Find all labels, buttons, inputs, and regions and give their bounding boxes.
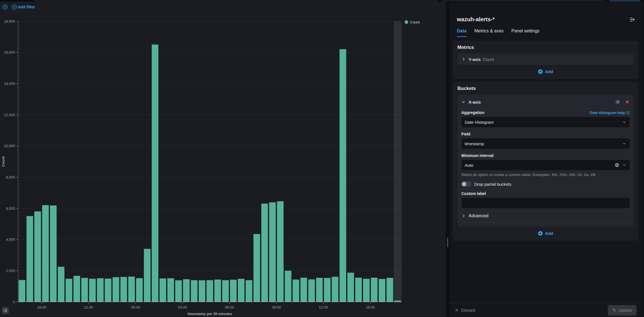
min-interval-combobox[interactable]: Auto: [461, 160, 630, 170]
resizer-handle[interactable]: [447, 238, 448, 247]
chart-bar[interactable]: [207, 280, 213, 302]
chart-bar[interactable]: [81, 278, 88, 302]
discard-button[interactable]: Discard: [455, 308, 475, 313]
toggle-label: Drop partial buckets: [474, 182, 511, 187]
chart-bar[interactable]: [167, 278, 174, 302]
x-tick-label: 21:00: [84, 305, 93, 309]
chart-bar[interactable]: [363, 279, 370, 302]
chart-bar[interactable]: [348, 273, 354, 302]
chart-bar[interactable]: [324, 278, 331, 302]
update-button[interactable]: ↻ Update: [608, 305, 636, 316]
eye-icon[interactable]: [615, 99, 620, 104]
chart-bar[interactable]: [214, 280, 221, 302]
chart-bar[interactable]: [183, 279, 189, 302]
add-filter-button[interactable]: Add filter: [18, 5, 35, 9]
chart-bar[interactable]: [199, 280, 205, 302]
x-tick-label: 12:00: [319, 305, 328, 309]
chart-bar[interactable]: [238, 279, 244, 302]
buckets-section: Buckets X-axis: [453, 82, 638, 241]
tab-metrics-axes[interactable]: Metrics & axes: [474, 28, 504, 37]
chart-bar[interactable]: [285, 271, 291, 302]
chart-bar[interactable]: [120, 277, 127, 302]
chart-bar[interactable]: [316, 278, 323, 302]
chart-bar[interactable]: [136, 278, 143, 302]
tab-data[interactable]: Data: [457, 28, 467, 37]
y-tick-label: 16,000: [4, 50, 15, 54]
chart-bar[interactable]: [89, 279, 96, 302]
y-tick-label: 2,000: [6, 269, 15, 273]
chart-bar[interactable]: [246, 280, 252, 302]
chart-bar[interactable]: [26, 216, 33, 302]
chart-bar[interactable]: [191, 280, 197, 302]
chart-bar[interactable]: [128, 277, 135, 302]
chart-bar[interactable]: [254, 234, 260, 302]
list-icon: [3, 308, 8, 313]
chart-bar[interactable]: [300, 278, 307, 302]
add-bucket-button[interactable]: Add: [538, 231, 553, 236]
field-value: timestamp: [465, 141, 619, 146]
chart-bar[interactable]: [355, 278, 362, 302]
chart-bar[interactable]: [394, 301, 401, 302]
chart-bar[interactable]: [379, 279, 385, 302]
chart-bar[interactable]: [230, 280, 237, 302]
chart-bar[interactable]: [66, 279, 72, 302]
chart-bar[interactable]: [371, 278, 377, 302]
clear-icon[interactable]: [615, 163, 619, 167]
add-metric-label: Add: [545, 69, 553, 74]
editor-tabs: Data Metrics & axes Panel settings: [457, 28, 539, 37]
xaxis-bucket-header[interactable]: X-axis: [461, 98, 630, 106]
chart-bar[interactable]: [58, 267, 64, 302]
chart-bar[interactable]: [42, 205, 49, 302]
date-histogram-help-link[interactable]: Date Histogram help: [590, 111, 630, 115]
x-tick-label: 03:00: [178, 305, 187, 309]
tab-panel-settings[interactable]: Panel settings: [512, 28, 540, 37]
buckets-heading: Buckets: [457, 86, 634, 91]
chart-bar[interactable]: [175, 280, 182, 302]
chevron-right-icon: [461, 57, 466, 61]
field-select[interactable]: timestamp: [461, 138, 630, 149]
chevron-right-icon: [461, 214, 466, 218]
search-input-remnant: [33, 0, 438, 1]
legend-label[interactable]: Count: [410, 20, 420, 24]
help-link-label: Date Histogram help: [590, 111, 625, 115]
y-tick-label: 4,000: [6, 237, 15, 242]
filter-icon[interactable]: [2, 4, 8, 10]
chart-bar[interactable]: [97, 278, 103, 302]
chart-bar[interactable]: [261, 204, 268, 302]
chart-bar[interactable]: [144, 249, 150, 302]
chart-bar[interactable]: [222, 280, 229, 302]
visualization-panel: Add filter 02,0004,0006,0008,00010,00012…: [0, 2, 446, 317]
chart-bar[interactable]: [34, 211, 41, 302]
metric-yaxis-row[interactable]: Y-axis Count: [457, 54, 634, 65]
chart-bar[interactable]: [340, 49, 346, 302]
metric-row-value: Count: [483, 57, 494, 62]
chart-bar[interactable]: [50, 206, 56, 302]
remove-bucket-icon[interactable]: [625, 99, 630, 104]
legend-swatch[interactable]: [405, 20, 408, 24]
chart-bar[interactable]: [269, 202, 276, 302]
chart-bar[interactable]: [332, 277, 338, 302]
y-axis-title: Count: [1, 156, 5, 167]
custom-label-input[interactable]: [461, 198, 630, 208]
add-icon: [538, 69, 543, 74]
chart-bar[interactable]: [277, 201, 283, 302]
histogram-chart[interactable]: 02,0004,0006,0008,00010,00012,00014,0001…: [0, 11, 446, 317]
drop-partial-buckets-toggle[interactable]: Drop partial buckets: [461, 181, 630, 187]
chart-bar[interactable]: [152, 45, 158, 302]
add-metric-button[interactable]: Add: [538, 69, 553, 74]
toggle-track[interactable]: [461, 181, 471, 187]
chart-bar[interactable]: [19, 280, 25, 302]
chart-bar[interactable]: [293, 280, 299, 302]
aggregation-select[interactable]: Date Histogram: [461, 117, 630, 127]
legend-toggle-button[interactable]: [2, 307, 9, 314]
plus-circle-icon[interactable]: [11, 4, 17, 10]
chart-bar[interactable]: [160, 278, 166, 302]
panel-resizer[interactable]: [446, 2, 450, 317]
chart-bar[interactable]: [74, 276, 80, 302]
advanced-accordion[interactable]: Advanced: [461, 213, 630, 223]
chart-bar[interactable]: [387, 278, 393, 302]
chart-bar[interactable]: [308, 280, 315, 302]
collapse-sidebar-icon[interactable]: [630, 17, 635, 22]
chart-bar[interactable]: [105, 279, 111, 302]
chart-bar[interactable]: [113, 277, 119, 302]
